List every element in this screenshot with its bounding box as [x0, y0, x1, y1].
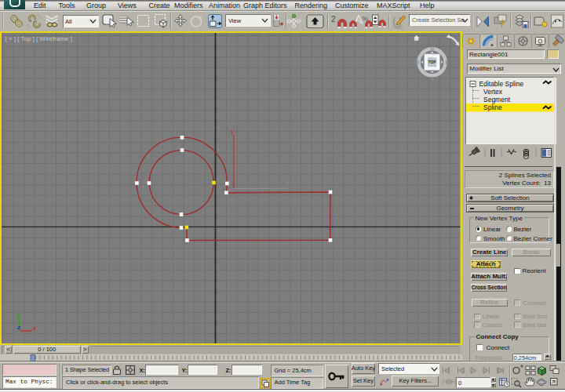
svg-text:ABC: ABC — [395, 25, 403, 30]
svg-text:Vertex: Vertex — [483, 88, 503, 96]
svg-text:S: S — [430, 76, 434, 82]
svg-text:2: 2 — [331, 15, 336, 24]
svg-text:x: x — [32, 325, 37, 332]
svg-text:z: z — [16, 324, 20, 331]
svg-text:[ + ] [ Top ] [ Wireframe ]: [ + ] [ Top ] [ Wireframe ] — [5, 35, 72, 42]
svg-text:TOP: TOP — [428, 60, 436, 64]
svg-text:y: y — [16, 311, 20, 318]
svg-text:Spline: Spline — [483, 103, 502, 111]
svg-text:Segment: Segment — [483, 96, 511, 103]
svg-text:W: W — [414, 60, 420, 65]
svg-text:Editable Spline: Editable Spline — [479, 80, 524, 88]
svg-text:E: E — [445, 60, 449, 65]
svg-text:N: N — [430, 46, 434, 52]
